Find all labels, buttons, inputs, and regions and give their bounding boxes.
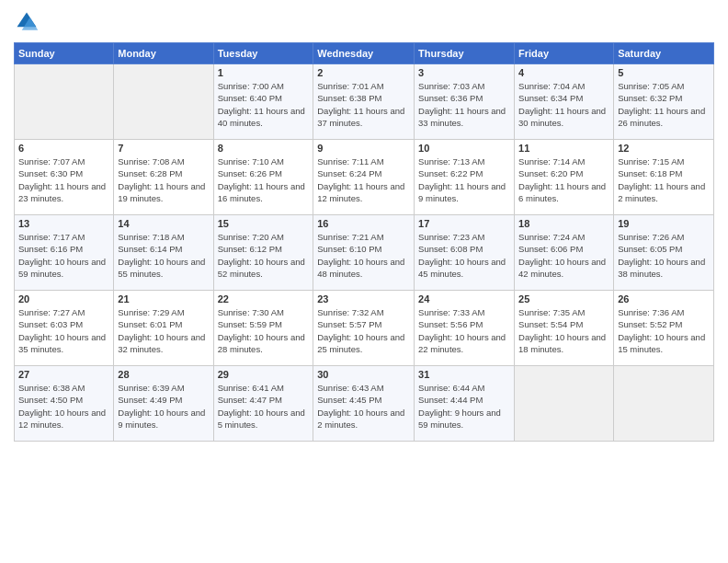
day-info: Sunrise: 7:20 AMSunset: 6:12 PMDaylight:… (218, 231, 310, 280)
calendar: SundayMondayTuesdayWednesdayThursdayFrid… (14, 42, 714, 442)
day-number: 13 (18, 218, 109, 229)
day-number: 26 (618, 293, 710, 304)
header (14, 9, 714, 35)
calendar-cell: 24Sunrise: 7:33 AMSunset: 5:56 PMDayligh… (415, 291, 515, 366)
calendar-cell: 8Sunrise: 7:10 AMSunset: 6:26 PMDaylight… (213, 140, 313, 215)
day-number: 9 (317, 143, 410, 154)
day-number: 17 (418, 218, 510, 229)
day-info: Sunrise: 7:10 AMSunset: 6:26 PMDaylight:… (218, 155, 310, 204)
day-info: Sunrise: 6:39 AMSunset: 4:49 PMDaylight:… (118, 382, 209, 431)
day-number: 14 (118, 218, 209, 229)
calendar-cell: 15Sunrise: 7:20 AMSunset: 6:12 PMDayligh… (213, 215, 313, 291)
calendar-cell: 10Sunrise: 7:13 AMSunset: 6:22 PMDayligh… (415, 140, 515, 215)
weekday-header-friday: Friday (515, 43, 614, 64)
day-info: Sunrise: 7:27 AMSunset: 6:03 PMDaylight:… (18, 306, 109, 355)
calendar-cell: 4Sunrise: 7:04 AMSunset: 6:34 PMDaylight… (515, 64, 614, 140)
calendar-cell: 12Sunrise: 7:15 AMSunset: 6:18 PMDayligh… (614, 140, 714, 215)
calendar-cell: 9Sunrise: 7:11 AMSunset: 6:24 PMDaylight… (313, 140, 415, 215)
day-info: Sunrise: 7:33 AMSunset: 5:56 PMDaylight:… (418, 306, 510, 355)
week-row-2: 6Sunrise: 7:07 AMSunset: 6:30 PMDaylight… (15, 140, 714, 215)
calendar-cell: 18Sunrise: 7:24 AMSunset: 6:06 PMDayligh… (515, 215, 614, 291)
day-number: 29 (218, 369, 310, 380)
day-number: 24 (418, 293, 510, 304)
weekday-header-sunday: Sunday (15, 43, 114, 64)
day-number: 22 (218, 293, 310, 304)
calendar-cell: 26Sunrise: 7:36 AMSunset: 5:52 PMDayligh… (614, 291, 714, 366)
weekday-header-thursday: Thursday (415, 43, 515, 64)
day-info: Sunrise: 7:07 AMSunset: 6:30 PMDaylight:… (18, 155, 109, 204)
calendar-cell: 5Sunrise: 7:05 AMSunset: 6:32 PMDaylight… (614, 64, 714, 140)
weekday-row: SundayMondayTuesdayWednesdayThursdayFrid… (15, 43, 714, 64)
calendar-cell: 27Sunrise: 6:38 AMSunset: 4:50 PMDayligh… (15, 366, 114, 442)
day-number: 25 (518, 293, 609, 304)
day-number: 1 (218, 67, 310, 78)
day-number: 5 (618, 67, 710, 78)
calendar-cell: 29Sunrise: 6:41 AMSunset: 4:47 PMDayligh… (213, 366, 313, 442)
day-info: Sunrise: 7:23 AMSunset: 6:08 PMDaylight:… (418, 231, 510, 280)
day-number: 20 (18, 293, 109, 304)
day-info: Sunrise: 7:04 AMSunset: 6:34 PMDaylight:… (518, 80, 609, 129)
calendar-cell: 19Sunrise: 7:26 AMSunset: 6:05 PMDayligh… (614, 215, 714, 291)
calendar-cell: 20Sunrise: 7:27 AMSunset: 6:03 PMDayligh… (15, 291, 114, 366)
calendar-cell: 6Sunrise: 7:07 AMSunset: 6:30 PMDaylight… (15, 140, 114, 215)
calendar-cell: 13Sunrise: 7:17 AMSunset: 6:16 PMDayligh… (15, 215, 114, 291)
logo-icon (14, 9, 40, 35)
day-info: Sunrise: 6:44 AMSunset: 4:44 PMDaylight:… (418, 382, 510, 431)
day-info: Sunrise: 7:29 AMSunset: 6:01 PMDaylight:… (118, 306, 209, 355)
calendar-cell (515, 366, 614, 442)
day-number: 2 (317, 67, 410, 78)
day-number: 18 (518, 218, 609, 229)
calendar-cell: 14Sunrise: 7:18 AMSunset: 6:14 PMDayligh… (114, 215, 213, 291)
day-info: Sunrise: 7:17 AMSunset: 6:16 PMDaylight:… (18, 231, 109, 280)
day-info: Sunrise: 7:26 AMSunset: 6:05 PMDaylight:… (618, 231, 710, 280)
day-info: Sunrise: 7:00 AMSunset: 6:40 PMDaylight:… (218, 80, 310, 129)
weekday-header-monday: Monday (114, 43, 213, 64)
day-info: Sunrise: 7:03 AMSunset: 6:36 PMDaylight:… (418, 80, 510, 129)
day-info: Sunrise: 7:24 AMSunset: 6:06 PMDaylight:… (518, 231, 609, 280)
calendar-cell: 28Sunrise: 6:39 AMSunset: 4:49 PMDayligh… (114, 366, 213, 442)
day-info: Sunrise: 7:32 AMSunset: 5:57 PMDaylight:… (317, 306, 410, 355)
day-number: 28 (118, 369, 209, 380)
weekday-header-wednesday: Wednesday (313, 43, 415, 64)
day-info: Sunrise: 7:13 AMSunset: 6:22 PMDaylight:… (418, 155, 510, 204)
calendar-header: SundayMondayTuesdayWednesdayThursdayFrid… (15, 43, 714, 64)
logo (14, 9, 41, 35)
calendar-cell: 31Sunrise: 6:44 AMSunset: 4:44 PMDayligh… (415, 366, 515, 442)
week-row-3: 13Sunrise: 7:17 AMSunset: 6:16 PMDayligh… (15, 215, 714, 291)
week-row-4: 20Sunrise: 7:27 AMSunset: 6:03 PMDayligh… (15, 291, 714, 366)
day-number: 6 (18, 143, 109, 154)
day-number: 15 (218, 218, 310, 229)
calendar-cell: 11Sunrise: 7:14 AMSunset: 6:20 PMDayligh… (515, 140, 614, 215)
week-row-5: 27Sunrise: 6:38 AMSunset: 4:50 PMDayligh… (15, 366, 714, 442)
day-number: 27 (18, 369, 109, 380)
day-number: 10 (418, 143, 510, 154)
day-number: 21 (118, 293, 209, 304)
calendar-body: 1Sunrise: 7:00 AMSunset: 6:40 PMDaylight… (15, 64, 714, 442)
day-number: 8 (218, 143, 310, 154)
day-number: 30 (317, 369, 410, 380)
calendar-cell (114, 64, 213, 140)
day-info: Sunrise: 6:38 AMSunset: 4:50 PMDaylight:… (18, 382, 109, 431)
weekday-header-saturday: Saturday (614, 43, 714, 64)
page: SundayMondayTuesdayWednesdayThursdayFrid… (0, 0, 728, 563)
day-info: Sunrise: 7:35 AMSunset: 5:54 PMDaylight:… (518, 306, 609, 355)
calendar-cell (15, 64, 114, 140)
day-number: 4 (518, 67, 609, 78)
calendar-cell: 17Sunrise: 7:23 AMSunset: 6:08 PMDayligh… (415, 215, 515, 291)
calendar-cell: 1Sunrise: 7:00 AMSunset: 6:40 PMDaylight… (213, 64, 313, 140)
calendar-cell: 22Sunrise: 7:30 AMSunset: 5:59 PMDayligh… (213, 291, 313, 366)
day-info: Sunrise: 7:11 AMSunset: 6:24 PMDaylight:… (317, 155, 410, 204)
calendar-cell: 16Sunrise: 7:21 AMSunset: 6:10 PMDayligh… (313, 215, 415, 291)
calendar-cell: 3Sunrise: 7:03 AMSunset: 6:36 PMDaylight… (415, 64, 515, 140)
day-number: 11 (518, 143, 609, 154)
day-number: 19 (618, 218, 710, 229)
calendar-cell: 21Sunrise: 7:29 AMSunset: 6:01 PMDayligh… (114, 291, 213, 366)
calendar-cell (614, 366, 714, 442)
weekday-header-tuesday: Tuesday (213, 43, 313, 64)
day-number: 12 (618, 143, 710, 154)
day-info: Sunrise: 7:21 AMSunset: 6:10 PMDaylight:… (317, 231, 410, 280)
day-info: Sunrise: 7:15 AMSunset: 6:18 PMDaylight:… (618, 155, 710, 204)
day-info: Sunrise: 7:05 AMSunset: 6:32 PMDaylight:… (618, 80, 710, 129)
calendar-cell: 7Sunrise: 7:08 AMSunset: 6:28 PMDaylight… (114, 140, 213, 215)
day-info: Sunrise: 7:30 AMSunset: 5:59 PMDaylight:… (218, 306, 310, 355)
